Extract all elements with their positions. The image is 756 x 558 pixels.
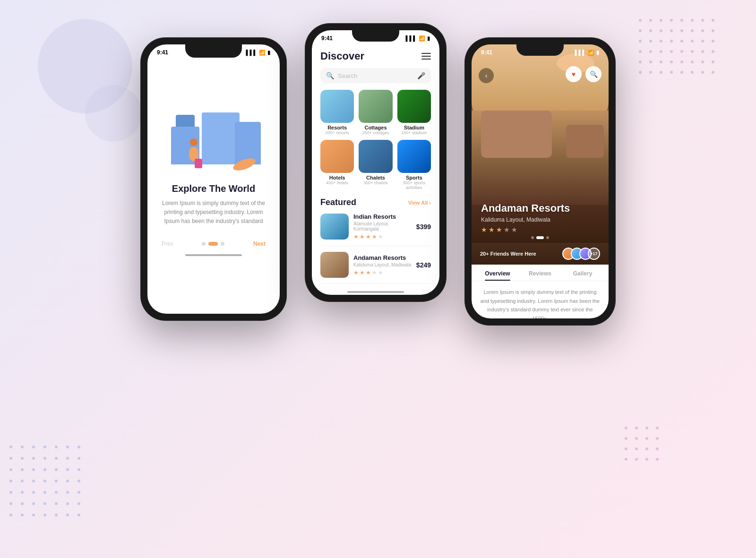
wifi-icon: 📶 bbox=[259, 50, 266, 56]
battery-icon: ▮ bbox=[596, 50, 599, 56]
hero-info: Andaman Resorts Kaliduma Layout, Madiwal… bbox=[481, 202, 599, 233]
andaman-resorts-location: Kaliduma Layout, Madiwala bbox=[353, 262, 412, 267]
battery-icon: ▮ bbox=[427, 35, 430, 42]
microphone-icon[interactable]: 🎤 bbox=[417, 72, 425, 79]
category-cottages[interactable]: Cottages 250+ cottages bbox=[359, 90, 392, 135]
stadium-sublabel: 150+ stadium bbox=[397, 130, 431, 135]
category-stadium[interactable]: Stadium 150+ stadium bbox=[397, 90, 431, 135]
search-button[interactable]: 🔍 bbox=[585, 66, 601, 82]
dot-grid-bottom-left: document.currentScript.insertAdjacentHTM… bbox=[9, 446, 84, 520]
phone3-time: 9:41 bbox=[481, 49, 492, 56]
person-head bbox=[190, 138, 198, 146]
discover-header: Discover bbox=[320, 50, 431, 62]
detail-tabs: Overview Reviews Gallery bbox=[472, 265, 609, 281]
tab-overview[interactable]: Overview bbox=[476, 265, 519, 281]
category-resorts[interactable]: Resorts 200+ resorts bbox=[320, 90, 354, 135]
chalets-label: Chalets bbox=[359, 175, 392, 180]
dot-grid-bottom-right: document.currentScript.insertAdjacentHTM… bbox=[625, 427, 662, 464]
phone3-frame: 9:41 ▌▌▌ 📶 ▮ ‹ ♥ 🔍 Andaman Resorts bbox=[465, 38, 615, 325]
cottages-sublabel: 250+ cottages bbox=[359, 130, 392, 135]
avatar-more-count: +17 bbox=[588, 248, 600, 260]
signal-icon: ▌▌▌ bbox=[575, 50, 586, 55]
stadium-image bbox=[397, 90, 431, 123]
cottages-label: Cottages bbox=[359, 125, 392, 130]
indian-resorts-thumb bbox=[320, 214, 349, 240]
prev-button[interactable]: Prev bbox=[162, 240, 173, 247]
phones-wrapper: 9:41 ▌▌▌ 📶 ▮ bbox=[141, 38, 615, 325]
phone1-frame: 9:41 ▌▌▌ 📶 ▮ bbox=[141, 38, 286, 320]
category-chalets[interactable]: Chalets 300+ chalets bbox=[359, 140, 392, 190]
phone1-content: Explore The World Lorem Ipsum is simply … bbox=[147, 56, 280, 261]
phone2-content: Discover 🔍 Search 🎤 bbox=[312, 42, 439, 295]
back-button[interactable]: ‹ bbox=[479, 68, 494, 83]
phone3-notch bbox=[516, 44, 564, 56]
building2 bbox=[202, 112, 240, 164]
phone2-status-icons: ▌▌▌ 📶 ▮ bbox=[406, 35, 430, 42]
home-indicator bbox=[185, 254, 242, 256]
hero-pagination-dots bbox=[531, 236, 549, 239]
hotels-image bbox=[320, 140, 354, 173]
phone1-navigation: Prev Next bbox=[157, 240, 270, 247]
wifi-icon: 📶 bbox=[588, 50, 594, 56]
hotels-sublabel: 400+ hotels bbox=[320, 180, 354, 185]
luggage bbox=[195, 159, 202, 168]
featured-title: Featured bbox=[320, 197, 356, 207]
phone2-notch bbox=[352, 30, 399, 42]
search-input[interactable]: Search bbox=[338, 72, 413, 79]
sports-sublabel: 500+ sports activities bbox=[397, 180, 431, 190]
phone3-status-icons: ▌▌▌ 📶 ▮ bbox=[575, 50, 599, 56]
bg-circle-2 bbox=[85, 85, 142, 142]
phone1-notch bbox=[185, 44, 242, 58]
phone1-time: 9:41 bbox=[157, 49, 168, 56]
resorts-sublabel: 200+ resorts bbox=[320, 130, 354, 135]
phone1-screen: 9:41 ▌▌▌ 📶 ▮ bbox=[147, 44, 280, 314]
pagination-dots bbox=[202, 242, 224, 246]
friends-count-text: 20+ Friends Were Here bbox=[480, 251, 536, 257]
hotels-label: Hotels bbox=[320, 175, 354, 180]
battery-icon: ▮ bbox=[267, 50, 270, 56]
featured-item-2[interactable]: Andaman Resorts Kaliduma Layout, Madiwal… bbox=[320, 252, 431, 284]
sports-label: Sports bbox=[397, 175, 431, 180]
phone3-bottom: Overview Reviews Gallery Lorem Ipsum is … bbox=[472, 265, 609, 318]
phone3-screen: 9:41 ▌▌▌ 📶 ▮ ‹ ♥ 🔍 Andaman Resorts bbox=[472, 44, 609, 318]
travel-illustration bbox=[157, 70, 270, 174]
phone2-screen: 9:41 ▌▌▌ 📶 ▮ Discover bbox=[312, 30, 439, 295]
phone1-status-icons: ▌▌▌ 📶 ▮ bbox=[246, 50, 270, 56]
cottages-image bbox=[359, 90, 392, 123]
andaman-resorts-thumb bbox=[320, 252, 349, 278]
andaman-resorts-stars: ★ ★ ★ ★ ★ bbox=[353, 269, 412, 276]
signal-icon: ▌▌▌ bbox=[246, 50, 257, 55]
tab-reviews[interactable]: Reviews bbox=[519, 265, 561, 281]
indian-resorts-info: Indian Resorts Alamude Layout, Kormangal… bbox=[353, 213, 412, 240]
stadium-label: Stadium bbox=[397, 125, 431, 130]
tab-gallery[interactable]: Gallery bbox=[561, 265, 604, 281]
dot-2-active bbox=[208, 242, 218, 246]
phone3-hero: 9:41 ▌▌▌ 📶 ▮ ‹ ♥ 🔍 Andaman Resorts bbox=[472, 44, 609, 243]
view-all-button[interactable]: View All › bbox=[408, 200, 431, 206]
phone2-home-indicator bbox=[347, 291, 404, 293]
overview-description: Lorem Ipsum is simply dummy text of the … bbox=[480, 288, 600, 318]
indian-resorts-name: Indian Resorts bbox=[353, 213, 412, 220]
hero-resort-location: Kaliduma Layout, Madiwala bbox=[481, 216, 599, 223]
category-sports[interactable]: Sports 500+ sports activities bbox=[397, 140, 431, 190]
discover-title: Discover bbox=[320, 50, 364, 62]
featured-item-1[interactable]: Indian Resorts Alamude Layout, Kormangal… bbox=[320, 213, 431, 246]
hero-resort-building bbox=[472, 111, 609, 205]
category-grid: Resorts 200+ resorts Cottages 250+ cotta… bbox=[320, 90, 431, 190]
hero-resort-name: Andaman Resorts bbox=[481, 202, 599, 215]
chalets-sublabel: 300+ chalets bbox=[359, 180, 392, 185]
hamburger-menu-icon[interactable] bbox=[421, 53, 431, 60]
search-bar[interactable]: 🔍 Search 🎤 bbox=[320, 68, 431, 83]
search-icon: 🔍 bbox=[326, 72, 334, 79]
category-hotels[interactable]: Hotels 400+ hotels bbox=[320, 140, 354, 190]
dot-3 bbox=[221, 242, 224, 246]
andaman-resorts-info: Andaman Resorts Kaliduma Layout, Madiwal… bbox=[353, 254, 412, 276]
resorts-image bbox=[320, 90, 354, 123]
dot-1 bbox=[202, 242, 206, 246]
next-button[interactable]: Next bbox=[253, 240, 266, 247]
favorite-button[interactable]: ♥ bbox=[566, 66, 582, 82]
indian-resorts-location: Alamude Layout, Kormangala bbox=[353, 221, 412, 232]
featured-header: Featured View All › bbox=[320, 197, 431, 207]
hero-actions: ♥ 🔍 bbox=[566, 66, 601, 82]
indian-resorts-stars: ★ ★ ★ ★ ★ bbox=[353, 233, 412, 240]
